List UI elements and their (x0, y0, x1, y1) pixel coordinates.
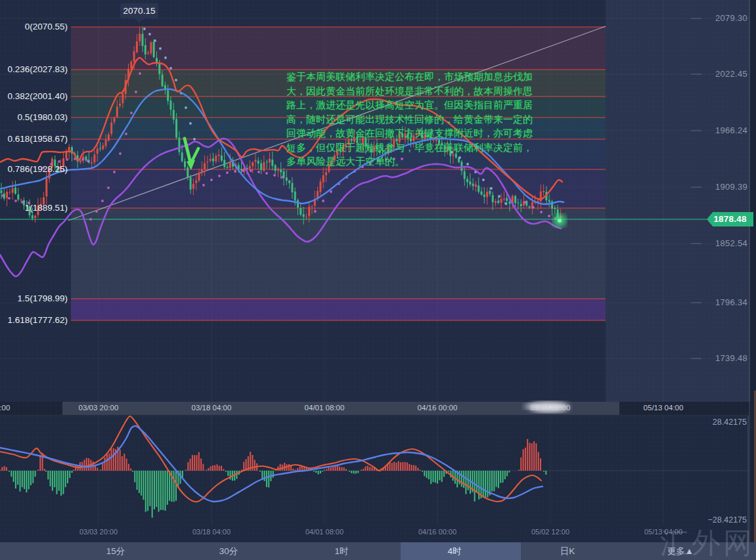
macd-date-label-3: 04/16 00:00 (418, 528, 456, 536)
price-tick-5: 1796.34 (715, 298, 747, 307)
date-label-2: 04/01 08:00 (305, 404, 345, 412)
macd-lower-tick: −28.42175 (708, 515, 747, 525)
analysis-annotation-text: 鉴于本周美联储利率决定公布在即，市场预期加息步伐加大，因此黄金当前所处环境是非常… (286, 70, 536, 169)
fib-level-label-0: 0(2070.55) (0, 22, 68, 32)
macd-date-label-5: 05/13 04:00 (644, 528, 682, 536)
fib-level-label-1: 0.236(2027.83) (0, 64, 68, 75)
price-tick-1: 2022.45 (715, 70, 747, 79)
date-label-0: 03/03 20:00 (79, 404, 119, 412)
price-tick-4: 1852.54 (715, 239, 747, 248)
price-tick-6: 1739.48 (715, 354, 747, 363)
tab-4h[interactable]: 4时 (447, 542, 461, 560)
date-label-1: 03/18 04:00 (192, 404, 232, 412)
tab-daily[interactable]: 日K (560, 542, 575, 560)
date-label-4: 05/02 12:00 (531, 404, 571, 412)
macd-date-label-0: 03/03 20:00 (79, 528, 118, 536)
macd-date-label-2: 04/01 08:00 (305, 528, 344, 536)
fib-level-label-2: 0.382(2001.40) (0, 91, 68, 102)
tab-15min[interactable]: 15分 (106, 542, 125, 560)
fib-level-label-6: 1(1889.51) (0, 203, 68, 213)
macd-upper-tick: 28.42175 (713, 418, 747, 427)
high-price-tooltip: 2070.15 (120, 3, 158, 18)
date-label-3: 04/16 00:00 (418, 404, 458, 412)
date-label-5: 05/13 04:00 (644, 404, 684, 412)
annotation-line-2: 大，因此黄金当前所处环境是非常不利的，故本周操作思 (286, 84, 536, 98)
fib-level-label-7: 1.5(1798.99) (0, 293, 68, 304)
tab-30min[interactable]: 30分 (219, 542, 238, 560)
macd-date-label-1: 03/18 04:00 (192, 528, 231, 536)
price-tick-3: 1909.39 (715, 183, 747, 192)
annotation-line-4: 高，随时还是可能出现技术性回修的，给黄金带来一定的 (286, 112, 536, 127)
annotation-line-1: 鉴于本周美联储利率决定公布在即，市场预期加息步伐加 (286, 70, 536, 84)
annotation-line-6: 短多，但仅限于超短线参与，毕竟在美联储利率决定前， (286, 140, 536, 155)
annotation-line-3: 路上，激进还是先以择高短空为宜。但因美指目前严重居 (286, 98, 536, 112)
fib-level-label-8: 1.618(1777.62) (0, 315, 68, 326)
macd-date-label-4: 05/02 12:00 (531, 528, 569, 536)
tab-1h[interactable]: 1时 (334, 542, 348, 560)
price-tick-2: 1966.24 (715, 126, 747, 135)
fib-level-label-4: 0.618(1958.67) (0, 134, 68, 144)
date-axis-partial-label: 0:00 (0, 404, 10, 412)
current-price-badge: 1878.48 (707, 212, 753, 226)
timeframe-toolbar: 15分30分1时4时日K更多▲ (0, 542, 756, 560)
tab-more[interactable]: 更多▲ (667, 542, 694, 560)
annotation-line-5: 回弹动能，故黄金在回撤下方关键支撑附近时，亦可考虑 (286, 126, 536, 140)
price-tick-0: 2079.30 (715, 14, 747, 23)
fib-level-label-3: 0.5(1980.03) (0, 112, 68, 123)
trading-app: 0(2070.55)0.236(2027.83)0.382(2001.40)0.… (0, 0, 756, 560)
annotation-line-7: 多单风险是远大于空单的。 (286, 154, 536, 169)
fib-level-label-5: 0.786(1928.25) (0, 164, 68, 175)
